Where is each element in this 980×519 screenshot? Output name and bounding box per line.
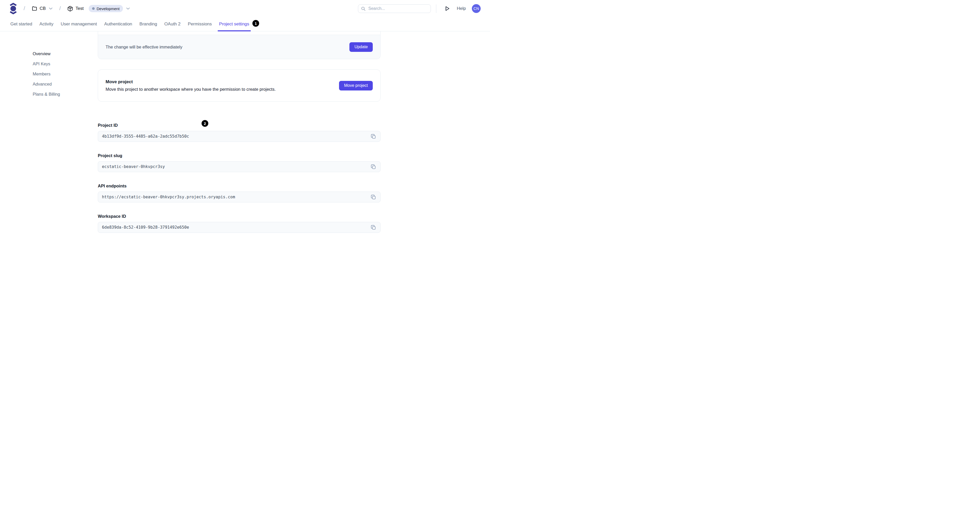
sidebar-item-overview[interactable]: Overview bbox=[33, 51, 98, 56]
breadcrumb-project[interactable]: Test Development bbox=[67, 5, 130, 12]
api-endpoints-value: https://ecstatic-beaver-0hkvpcr3sy.proje… bbox=[102, 195, 235, 199]
move-project-text: Move project Move this project to anothe… bbox=[106, 79, 276, 92]
copy-button[interactable] bbox=[370, 194, 377, 201]
project-name: Test bbox=[75, 6, 84, 11]
help-link[interactable]: Help bbox=[457, 6, 466, 11]
field-group-project-id: Project ID 4b13df9d-3555-4485-a62a-2adc5… bbox=[98, 123, 380, 142]
field-group-project-slug: Project slug ecstatic-beaver-0hkvpcr3sy bbox=[98, 153, 380, 172]
tab-project-settings[interactable]: Project settings 1 bbox=[219, 17, 249, 31]
tab-activity[interactable]: Activity bbox=[40, 17, 53, 31]
project-id-fields: 2 Project ID 4b13df9d-3555-4485-a62a-2ad… bbox=[98, 123, 380, 233]
copy-icon bbox=[371, 164, 376, 170]
tab-permissions[interactable]: Permissions bbox=[188, 17, 212, 31]
sidebar-item-api-keys[interactable]: API Keys bbox=[33, 61, 98, 67]
move-project-title: Move project bbox=[106, 79, 276, 84]
chevron-down-icon bbox=[126, 7, 130, 10]
play-icon[interactable] bbox=[445, 6, 450, 11]
move-project-button[interactable]: Move project bbox=[339, 81, 373, 90]
settings-main: The change will be effective immediately… bbox=[98, 31, 380, 244]
workspace-name: CB bbox=[40, 6, 46, 11]
sidebar-item-members[interactable]: Members bbox=[33, 71, 98, 76]
breadcrumb-workspace[interactable]: CB bbox=[32, 6, 53, 11]
package-icon bbox=[67, 6, 73, 12]
update-card-footer: The change will be effective immediately… bbox=[98, 35, 380, 59]
ory-console-page: / CB / Test Development bbox=[0, 0, 490, 259]
header: / CB / Test Development bbox=[0, 0, 490, 17]
ory-logo-icon[interactable] bbox=[10, 3, 17, 14]
search-input[interactable] bbox=[368, 6, 428, 11]
annotation-marker-1: 1 bbox=[252, 20, 259, 27]
field-group-api-endpoints: API endpoints https://ecstatic-beaver-0h… bbox=[98, 184, 380, 202]
search-icon bbox=[361, 6, 366, 11]
user-avatar[interactable]: CN bbox=[472, 4, 480, 13]
project-slug-field: ecstatic-beaver-0hkvpcr3sy bbox=[98, 161, 380, 172]
tab-get-started[interactable]: Get started bbox=[10, 17, 32, 31]
tab-oauth2[interactable]: OAuth 2 bbox=[164, 17, 181, 31]
project-id-field: 4b13df9d-3555-4485-a62a-2adc55d7b50c bbox=[98, 131, 380, 142]
tab-authentication[interactable]: Authentication bbox=[104, 17, 132, 31]
environment-badge[interactable]: Development bbox=[89, 5, 123, 12]
folder-icon bbox=[32, 6, 37, 11]
tab-user-management[interactable]: User management bbox=[61, 17, 97, 31]
content-area: Overview API Keys Members Advanced Plans… bbox=[0, 31, 490, 244]
update-card-body bbox=[98, 31, 380, 35]
api-endpoints-label: API endpoints bbox=[98, 184, 380, 189]
search-box[interactable] bbox=[358, 5, 431, 13]
copy-button[interactable] bbox=[370, 224, 377, 231]
project-id-value: 4b13df9d-3555-4485-a62a-2adc55d7b50c bbox=[102, 134, 189, 139]
breadcrumb-separator: / bbox=[24, 5, 25, 11]
workspace-id-label: Workspace ID bbox=[98, 214, 380, 219]
copy-icon bbox=[371, 194, 376, 200]
api-endpoints-field: https://ecstatic-beaver-0hkvpcr3sy.proje… bbox=[98, 192, 380, 202]
move-project-description: Move this project to another workspace w… bbox=[106, 87, 276, 92]
move-project-card: Move project Move this project to anothe… bbox=[98, 70, 380, 102]
field-group-workspace-id: Workspace ID 6de839da-8c52-4109-9b28-379… bbox=[98, 214, 380, 233]
update-card: The change will be effective immediately… bbox=[98, 31, 380, 59]
update-message: The change will be effective immediately bbox=[106, 44, 182, 49]
update-button[interactable]: Update bbox=[349, 42, 373, 52]
project-id-label: Project ID bbox=[98, 123, 380, 128]
copy-button[interactable] bbox=[370, 163, 377, 170]
workspace-id-value: 6de839da-8c52-4109-9b28-3791492e650e bbox=[102, 225, 189, 230]
environment-dot-icon bbox=[92, 7, 95, 10]
settings-sidebar: Overview API Keys Members Advanced Plans… bbox=[0, 31, 98, 102]
copy-button[interactable] bbox=[370, 133, 377, 140]
environment-label: Development bbox=[97, 6, 119, 11]
header-divider bbox=[436, 5, 436, 13]
chevron-down-icon bbox=[49, 7, 52, 10]
sidebar-item-plans-billing[interactable]: Plans & Billing bbox=[33, 92, 98, 97]
annotation-marker-2: 2 bbox=[202, 120, 208, 127]
project-slug-label: Project slug bbox=[98, 153, 380, 158]
copy-icon bbox=[371, 224, 376, 230]
tab-branding[interactable]: Branding bbox=[140, 17, 157, 31]
project-slug-value: ecstatic-beaver-0hkvpcr3sy bbox=[102, 164, 165, 169]
project-nav-tabs: Get started Activity User management Aut… bbox=[0, 17, 490, 31]
sidebar-item-advanced[interactable]: Advanced bbox=[33, 81, 98, 87]
breadcrumb-separator: / bbox=[59, 5, 61, 11]
copy-icon bbox=[371, 133, 376, 139]
workspace-id-field: 6de839da-8c52-4109-9b28-3791492e650e bbox=[98, 222, 380, 233]
